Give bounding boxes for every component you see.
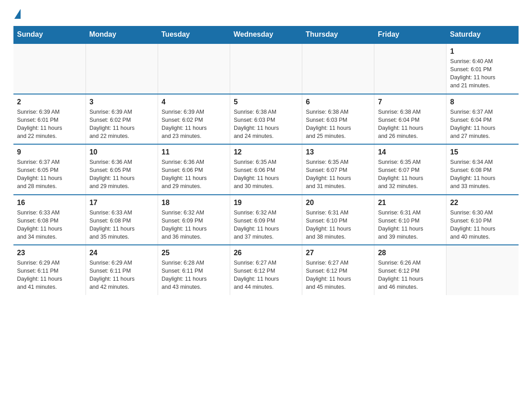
day-number: 17 <box>90 199 154 207</box>
calendar-week-row: 1Sunrise: 6:40 AM Sunset: 6:01 PM Daylig… <box>13 43 519 94</box>
calendar-cell: 3Sunrise: 6:39 AM Sunset: 6:02 PM Daylig… <box>86 94 158 145</box>
day-number: 4 <box>162 98 226 106</box>
calendar-cell <box>374 43 446 94</box>
calendar-cell: 16Sunrise: 6:33 AM Sunset: 6:08 PM Dayli… <box>13 195 86 245</box>
column-header-saturday: Saturday <box>446 26 519 43</box>
logo-triangle-icon <box>14 9 21 19</box>
calendar-cell: 5Sunrise: 6:38 AM Sunset: 6:03 PM Daylig… <box>230 94 302 145</box>
calendar-cell: 15Sunrise: 6:34 AM Sunset: 6:08 PM Dayli… <box>446 144 519 195</box>
day-number: 26 <box>234 249 298 257</box>
day-info: Sunrise: 6:35 AM Sunset: 6:07 PM Dayligh… <box>306 158 370 191</box>
calendar-cell: 14Sunrise: 6:35 AM Sunset: 6:07 PM Dayli… <box>374 144 446 195</box>
day-info: Sunrise: 6:29 AM Sunset: 6:11 PM Dayligh… <box>17 259 82 291</box>
day-info: Sunrise: 6:39 AM Sunset: 6:02 PM Dayligh… <box>162 108 226 141</box>
day-number: 7 <box>378 98 442 106</box>
day-info: Sunrise: 6:38 AM Sunset: 6:03 PM Dayligh… <box>234 108 298 141</box>
column-header-thursday: Thursday <box>302 26 374 43</box>
calendar-cell: 8Sunrise: 6:37 AM Sunset: 6:04 PM Daylig… <box>446 94 519 145</box>
day-info: Sunrise: 6:28 AM Sunset: 6:11 PM Dayligh… <box>162 259 226 291</box>
day-number: 2 <box>17 98 82 106</box>
calendar-cell <box>230 43 302 94</box>
day-number: 20 <box>306 199 370 207</box>
calendar-cell: 1Sunrise: 6:40 AM Sunset: 6:01 PM Daylig… <box>446 43 519 94</box>
column-header-tuesday: Tuesday <box>158 26 230 43</box>
calendar-cell: 24Sunrise: 6:29 AM Sunset: 6:11 PM Dayli… <box>86 245 158 295</box>
day-info: Sunrise: 6:37 AM Sunset: 6:05 PM Dayligh… <box>17 158 82 191</box>
day-info: Sunrise: 6:33 AM Sunset: 6:08 PM Dayligh… <box>17 209 82 241</box>
day-info: Sunrise: 6:39 AM Sunset: 6:01 PM Dayligh… <box>17 108 82 141</box>
calendar-week-row: 9Sunrise: 6:37 AM Sunset: 6:05 PM Daylig… <box>13 144 519 195</box>
calendar-cell: 19Sunrise: 6:32 AM Sunset: 6:09 PM Dayli… <box>230 195 302 245</box>
day-number: 18 <box>162 199 226 207</box>
calendar-cell <box>158 43 230 94</box>
day-number: 3 <box>90 98 154 106</box>
day-number: 19 <box>234 199 298 207</box>
day-number: 10 <box>90 148 154 156</box>
calendar-cell: 10Sunrise: 6:36 AM Sunset: 6:05 PM Dayli… <box>86 144 158 195</box>
day-number: 14 <box>378 148 442 156</box>
day-info: Sunrise: 6:34 AM Sunset: 6:08 PM Dayligh… <box>450 158 515 191</box>
day-number: 5 <box>234 98 298 106</box>
calendar-cell: 4Sunrise: 6:39 AM Sunset: 6:02 PM Daylig… <box>158 94 230 145</box>
logo <box>13 9 21 17</box>
day-info: Sunrise: 6:33 AM Sunset: 6:08 PM Dayligh… <box>90 209 154 241</box>
calendar-cell: 21Sunrise: 6:31 AM Sunset: 6:10 PM Dayli… <box>374 195 446 245</box>
day-number: 9 <box>17 148 82 156</box>
column-header-wednesday: Wednesday <box>230 26 302 43</box>
calendar-cell: 6Sunrise: 6:38 AM Sunset: 6:03 PM Daylig… <box>302 94 374 145</box>
day-info: Sunrise: 6:29 AM Sunset: 6:11 PM Dayligh… <box>90 259 154 291</box>
calendar-cell: 18Sunrise: 6:32 AM Sunset: 6:09 PM Dayli… <box>158 195 230 245</box>
day-info: Sunrise: 6:31 AM Sunset: 6:10 PM Dayligh… <box>378 209 442 241</box>
calendar-cell <box>13 43 86 94</box>
day-info: Sunrise: 6:35 AM Sunset: 6:06 PM Dayligh… <box>234 158 298 191</box>
calendar-week-row: 16Sunrise: 6:33 AM Sunset: 6:08 PM Dayli… <box>13 195 519 245</box>
day-number: 25 <box>162 249 226 257</box>
calendar-cell: 7Sunrise: 6:38 AM Sunset: 6:04 PM Daylig… <box>374 94 446 145</box>
calendar-cell <box>302 43 374 94</box>
day-info: Sunrise: 6:31 AM Sunset: 6:10 PM Dayligh… <box>306 209 370 241</box>
day-number: 21 <box>378 199 442 207</box>
calendar-cell <box>446 245 519 295</box>
calendar-table: SundayMondayTuesdayWednesdayThursdayFrid… <box>13 26 519 295</box>
calendar-cell <box>86 43 158 94</box>
day-info: Sunrise: 6:27 AM Sunset: 6:12 PM Dayligh… <box>234 259 298 291</box>
day-info: Sunrise: 6:30 AM Sunset: 6:10 PM Dayligh… <box>450 209 515 241</box>
day-info: Sunrise: 6:35 AM Sunset: 6:07 PM Dayligh… <box>378 158 442 191</box>
day-number: 11 <box>162 148 226 156</box>
column-header-sunday: Sunday <box>13 26 86 43</box>
day-number: 24 <box>90 249 154 257</box>
calendar-cell: 23Sunrise: 6:29 AM Sunset: 6:11 PM Dayli… <box>13 245 86 295</box>
calendar-header-row: SundayMondayTuesdayWednesdayThursdayFrid… <box>13 26 519 43</box>
day-info: Sunrise: 6:38 AM Sunset: 6:04 PM Dayligh… <box>378 108 442 141</box>
calendar-cell: 2Sunrise: 6:39 AM Sunset: 6:01 PM Daylig… <box>13 94 86 145</box>
day-info: Sunrise: 6:39 AM Sunset: 6:02 PM Dayligh… <box>90 108 154 141</box>
calendar-cell: 22Sunrise: 6:30 AM Sunset: 6:10 PM Dayli… <box>446 195 519 245</box>
day-info: Sunrise: 6:36 AM Sunset: 6:06 PM Dayligh… <box>162 158 226 191</box>
calendar-cell: 26Sunrise: 6:27 AM Sunset: 6:12 PM Dayli… <box>230 245 302 295</box>
calendar-week-row: 23Sunrise: 6:29 AM Sunset: 6:11 PM Dayli… <box>13 245 519 295</box>
day-number: 1 <box>450 47 515 56</box>
calendar-cell: 17Sunrise: 6:33 AM Sunset: 6:08 PM Dayli… <box>86 195 158 245</box>
day-info: Sunrise: 6:32 AM Sunset: 6:09 PM Dayligh… <box>162 209 226 241</box>
calendar-cell: 28Sunrise: 6:26 AM Sunset: 6:12 PM Dayli… <box>374 245 446 295</box>
day-number: 6 <box>306 98 370 106</box>
calendar-cell: 25Sunrise: 6:28 AM Sunset: 6:11 PM Dayli… <box>158 245 230 295</box>
day-info: Sunrise: 6:37 AM Sunset: 6:04 PM Dayligh… <box>450 108 515 141</box>
day-number: 16 <box>17 199 82 207</box>
calendar-cell: 20Sunrise: 6:31 AM Sunset: 6:10 PM Dayli… <box>302 195 374 245</box>
day-info: Sunrise: 6:27 AM Sunset: 6:12 PM Dayligh… <box>306 259 370 291</box>
column-header-monday: Monday <box>86 26 158 43</box>
day-info: Sunrise: 6:26 AM Sunset: 6:12 PM Dayligh… <box>378 259 442 291</box>
day-number: 15 <box>450 148 515 156</box>
column-header-friday: Friday <box>374 26 446 43</box>
calendar-cell: 9Sunrise: 6:37 AM Sunset: 6:05 PM Daylig… <box>13 144 86 195</box>
calendar-cell: 11Sunrise: 6:36 AM Sunset: 6:06 PM Dayli… <box>158 144 230 195</box>
day-number: 27 <box>306 249 370 257</box>
day-number: 8 <box>450 98 515 106</box>
calendar-cell: 12Sunrise: 6:35 AM Sunset: 6:06 PM Dayli… <box>230 144 302 195</box>
calendar-cell: 27Sunrise: 6:27 AM Sunset: 6:12 PM Dayli… <box>302 245 374 295</box>
day-number: 22 <box>450 199 515 207</box>
day-number: 12 <box>234 148 298 156</box>
day-number: 23 <box>17 249 82 257</box>
calendar-cell: 13Sunrise: 6:35 AM Sunset: 6:07 PM Dayli… <box>302 144 374 195</box>
